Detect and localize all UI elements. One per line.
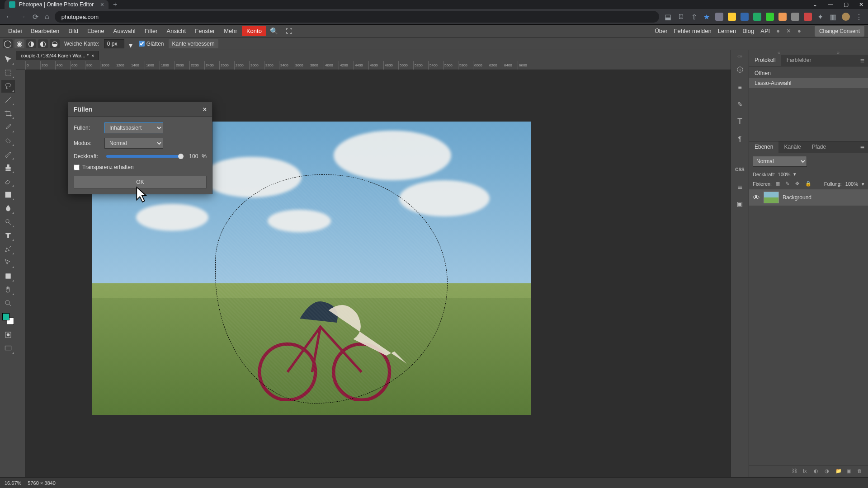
menu-about[interactable]: Über <box>655 28 667 34</box>
channels-tab[interactable]: Kanäle <box>778 141 806 153</box>
brush-tool[interactable] <box>1 148 15 160</box>
history-tab[interactable]: Protokoll <box>749 55 781 66</box>
zoom-level[interactable]: 16.67% <box>5 480 21 486</box>
swatches-tab[interactable]: Farbfelder <box>781 55 817 66</box>
menu-learn[interactable]: Lernen <box>718 28 736 34</box>
new-tab-button[interactable]: + <box>113 0 117 9</box>
lasso-int-icon[interactable]: ◐ <box>38 39 48 48</box>
menu-report[interactable]: Fehler melden <box>674 28 712 34</box>
extensions-icon[interactable]: ✦ <box>816 13 824 21</box>
pen-tool[interactable] <box>1 243 15 255</box>
screenmode-tool[interactable] <box>1 342 15 355</box>
ok-button[interactable]: OK <box>74 176 207 188</box>
fill-type-select[interactable]: Inhaltsbasiert <box>104 122 163 133</box>
path-select-tool[interactable] <box>1 256 15 269</box>
fill-opacity-value[interactable]: 100 <box>184 153 198 160</box>
move-tool[interactable] <box>1 53 15 66</box>
feather-dropdown-icon[interactable]: ▾ <box>129 41 134 47</box>
menu-window[interactable]: Fenster <box>190 26 219 36</box>
panel-menu-icon[interactable]: ≡ <box>857 141 868 153</box>
eraser-tool[interactable] <box>1 175 15 188</box>
blur-tool[interactable] <box>1 202 15 215</box>
ext8-icon[interactable] <box>804 13 812 21</box>
reader-icon[interactable]: 🗎 <box>677 13 686 21</box>
preserve-transparency-checkbox[interactable]: Transparenz erhalten <box>74 164 207 170</box>
lock-transparent-icon[interactable]: ▦ <box>775 181 782 187</box>
refine-edge-button[interactable]: Kante verbessern <box>169 39 218 48</box>
search-icon[interactable]: 🔍 <box>266 25 282 37</box>
lasso-sub-icon[interactable]: ◑ <box>26 39 36 48</box>
feather-value[interactable]: 0 px <box>104 39 124 48</box>
maximize-icon[interactable]: ▢ <box>843 1 849 8</box>
preserve-transparency-input[interactable] <box>74 164 80 170</box>
smooth-checkbox[interactable]: Glätten <box>139 41 164 47</box>
dodge-tool[interactable] <box>1 216 15 228</box>
tab-close-icon[interactable]: × <box>100 1 104 8</box>
zoom-tool[interactable] <box>1 297 15 310</box>
fill-dropdown-icon[interactable]: ▾ <box>862 181 864 187</box>
panel-menu-icon[interactable]: ≡ <box>857 55 868 66</box>
menu-file[interactable]: Datei <box>4 26 26 36</box>
document-tab-close-icon[interactable]: × <box>91 53 94 58</box>
menu-api[interactable]: API <box>760 28 770 34</box>
shape-tool[interactable] <box>1 270 15 282</box>
folder-icon[interactable]: 📁 <box>835 468 842 474</box>
menu-select[interactable]: Auswahl <box>109 26 140 36</box>
opacity-dropdown-icon[interactable]: ▾ <box>793 171 796 177</box>
ext3-icon[interactable] <box>741 13 749 21</box>
ext5-icon[interactable] <box>766 13 774 21</box>
history-item[interactable]: Lasso-Auswahl <box>749 78 868 88</box>
menu-account[interactable]: Konto <box>242 26 266 36</box>
paths-tab[interactable]: Pfade <box>807 141 831 153</box>
character-icon[interactable]: T <box>735 116 745 127</box>
menu-more[interactable]: Mehr <box>219 26 242 36</box>
document-tab[interactable]: couple-1718244 Karen War... * × <box>16 51 99 60</box>
heal-tool[interactable] <box>1 134 15 147</box>
adjustment-icon[interactable]: ◑ <box>825 468 831 474</box>
layer-name[interactable]: Background <box>783 194 811 201</box>
share-icon[interactable]: ⇧ <box>690 13 698 21</box>
layer-fill-value[interactable]: 100% <box>845 181 858 187</box>
layer-opacity-value[interactable]: 100% <box>778 172 791 177</box>
profile-icon[interactable] <box>842 13 850 21</box>
menu-view[interactable]: Ansicht <box>162 26 191 36</box>
quickmask-tool[interactable] <box>1 328 15 341</box>
thumb-icon[interactable]: ▣ <box>735 198 745 209</box>
ruler-horizontal[interactable]: 0200400600800100012001400160018002000220… <box>25 61 731 70</box>
bookmark-icon[interactable]: ★ <box>703 13 711 21</box>
consent-button[interactable]: Change Consent <box>815 26 864 37</box>
paragraph-icon[interactable]: ¶ <box>735 133 745 144</box>
layers-tab[interactable]: Ebenen <box>749 141 778 153</box>
align-icon[interactable]: ≣ <box>735 181 745 192</box>
histogram-icon[interactable]: ≡ <box>735 82 745 93</box>
layer-thumbnail[interactable] <box>764 192 779 203</box>
layer-row[interactable]: 👁 Background <box>749 189 868 206</box>
blend-mode-select[interactable]: Normal <box>753 156 807 167</box>
mask-icon[interactable]: ◐ <box>814 468 820 474</box>
foreground-color[interactable] <box>2 313 9 320</box>
install-icon[interactable]: ⬓ <box>664 13 672 21</box>
back-button[interactable]: ← <box>5 13 14 21</box>
fullscreen-icon[interactable]: ⛶ <box>282 25 296 37</box>
lasso-tool[interactable] <box>1 80 15 93</box>
facebook-icon[interactable]: ● <box>797 28 801 34</box>
menu-filter[interactable]: Filter <box>140 26 162 36</box>
brush-panel-icon[interactable]: ✎ <box>735 99 745 110</box>
browser-tab[interactable]: Photopea | Online Photo Editor × <box>5 0 108 9</box>
close-icon[interactable]: ✕ <box>858 1 864 8</box>
lock-all-icon[interactable]: 🔒 <box>805 181 811 187</box>
gradient-tool[interactable] <box>1 188 15 201</box>
marquee-tool[interactable] <box>1 66 15 79</box>
lasso-add-icon[interactable]: ◉ <box>14 39 24 48</box>
menu-image[interactable]: Bild <box>64 26 83 36</box>
reload-button[interactable]: ⟳ <box>32 13 39 21</box>
smooth-check-input[interactable] <box>139 41 145 47</box>
ext6-icon[interactable] <box>778 13 787 21</box>
css-icon[interactable]: CSS <box>735 164 745 175</box>
trash-icon[interactable]: 🗑 <box>857 468 863 474</box>
home-button[interactable]: ⌂ <box>44 13 50 21</box>
ext4-icon[interactable] <box>753 13 761 21</box>
reddit-icon[interactable]: ● <box>776 28 780 34</box>
color-swatch[interactable] <box>2 313 14 325</box>
crop-tool[interactable] <box>1 107 15 120</box>
